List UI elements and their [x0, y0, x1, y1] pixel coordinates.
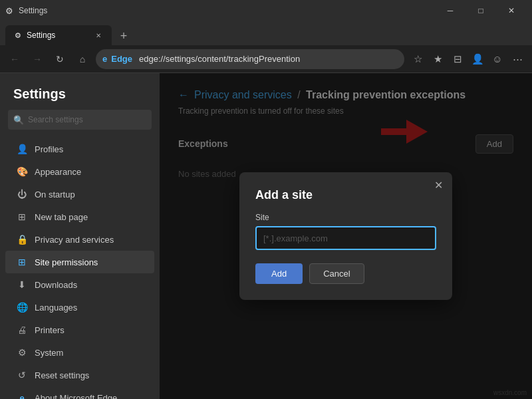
sidebar-item-site-permissions[interactable]: ⊞ Site permissions: [5, 251, 154, 273]
search-placeholder: Search settings: [28, 115, 83, 124]
collections-icon[interactable]: ⊟: [448, 50, 467, 68]
forward-button[interactable]: →: [28, 50, 47, 68]
sidebar-item-printers[interactable]: 🖨 Printers: [5, 319, 154, 341]
reset-icon: ↺: [16, 369, 28, 381]
sidebar-item-about[interactable]: e About Microsoft Edge: [5, 386, 154, 399]
sidebar-item-appearance[interactable]: 🎨 Appearance: [5, 160, 154, 183]
sidebar-item-new-tab-page[interactable]: ⊞ New tab page: [5, 205, 154, 228]
sidebar-item-label: New tab page: [35, 212, 88, 222]
reload-button[interactable]: ↻: [51, 50, 69, 68]
modal-overlay[interactable]: ✕ Add a site Site Add Cancel: [160, 73, 532, 399]
tab-close-button[interactable]: ✕: [93, 30, 104, 41]
sidebar-item-label: Reset settings: [35, 370, 89, 380]
sidebar-item-label: Site permissions: [35, 257, 98, 267]
new-tab-button[interactable]: +: [114, 27, 133, 45]
titlebar-title: Settings: [19, 6, 430, 15]
profiles-icon: 👤: [16, 143, 28, 155]
content-area: ← Privacy and services / Tracking preven…: [160, 73, 532, 399]
modal-title: Add a site: [255, 188, 436, 202]
sidebar-item-on-startup[interactable]: ⏻ On startup: [5, 183, 154, 205]
sidebar-item-reset[interactable]: ↺ Reset settings: [5, 364, 154, 386]
modal-add-button[interactable]: Add: [255, 263, 303, 284]
main-layout: Settings 🔍 Search settings 👤 Profiles 🎨 …: [0, 73, 532, 399]
sidebar-title: Settings: [0, 81, 160, 110]
printers-icon: 🖨: [16, 324, 28, 336]
minimize-button[interactable]: ─: [435, 0, 466, 21]
sidebar-item-label: Printers: [35, 325, 65, 335]
titlebar-controls: ─ □ ✕: [435, 0, 527, 21]
sidebar-item-profiles[interactable]: 👤 Profiles: [5, 138, 154, 160]
site-input[interactable]: [255, 226, 436, 250]
profile-icon[interactable]: 👤: [468, 50, 487, 68]
site-input-label: Site: [255, 213, 436, 222]
maximize-button[interactable]: □: [466, 0, 496, 21]
sidebar: Settings 🔍 Search settings 👤 Profiles 🎨 …: [0, 73, 160, 399]
sidebar-item-label: Languages: [35, 303, 77, 313]
more-tools-icon[interactable]: ⋯: [508, 50, 527, 68]
sidebar-search[interactable]: 🔍 Search settings: [8, 110, 152, 130]
search-icon: 🔍: [13, 115, 24, 125]
site-permissions-icon: ⊞: [16, 256, 28, 268]
add-site-modal: ✕ Add a site Site Add Cancel: [239, 172, 452, 300]
modal-cancel-button[interactable]: Cancel: [309, 263, 364, 284]
sidebar-item-label: Appearance: [35, 167, 81, 177]
titlebar: ⚙ Settings ─ □ ✕: [0, 0, 532, 21]
sidebar-item-languages[interactable]: 🌐 Languages: [5, 296, 154, 319]
settings-tab[interactable]: ⚙ Settings ✕: [5, 25, 112, 45]
startup-icon: ⏻: [16, 188, 28, 200]
sidebar-item-label: Profiles: [35, 144, 63, 154]
bookmark-icon[interactable]: ☆: [408, 50, 427, 68]
privacy-icon: 🔒: [16, 233, 28, 245]
edge-brand-label: Edge: [111, 54, 132, 64]
toolbar-icons: ☆ ★ ⊟ 👤 ☺ ⋯: [408, 50, 527, 68]
tabbar: ⚙ Settings ✕ +: [0, 21, 532, 45]
sidebar-item-label: Privacy and services: [35, 235, 114, 245]
modal-close-button[interactable]: ✕: [434, 179, 443, 192]
titlebar-favicon: ⚙: [5, 6, 13, 16]
languages-icon: 🌐: [16, 301, 28, 313]
sidebar-item-downloads[interactable]: ⬇ Downloads: [5, 273, 154, 296]
modal-actions: Add Cancel: [255, 263, 436, 284]
sidebar-item-label: Downloads: [35, 280, 77, 290]
back-button[interactable]: ←: [5, 50, 24, 68]
sidebar-item-label: System: [35, 348, 63, 358]
sidebar-item-privacy[interactable]: 🔒 Privacy and services: [5, 228, 154, 251]
close-button[interactable]: ✕: [496, 0, 527, 21]
downloads-icon: ⬇: [16, 279, 28, 291]
about-icon: e: [16, 392, 28, 399]
url-text: edge://settings/content/trackingPreventi…: [139, 54, 398, 64]
home-button[interactable]: ⌂: [73, 50, 92, 68]
tab-favicon-icon: ⚙: [13, 31, 23, 40]
tab-label: Settings: [27, 31, 55, 40]
sidebar-item-label: On startup: [35, 190, 75, 200]
favorites-icon[interactable]: ★: [428, 50, 447, 68]
system-icon: ⚙: [16, 346, 28, 358]
sidebar-item-system[interactable]: ⚙ System: [5, 341, 154, 364]
sidebar-item-label: About Microsoft Edge: [35, 393, 117, 400]
appearance-icon: 🎨: [16, 166, 28, 178]
address-box[interactable]: e Edge edge://settings/content/trackingP…: [96, 49, 404, 69]
edge-logo-icon: e: [102, 54, 107, 64]
newtab-icon: ⊞: [16, 211, 28, 223]
emoji-icon[interactable]: ☺: [488, 50, 507, 68]
address-bar: ← → ↻ ⌂ e Edge edge://settings/content/t…: [0, 45, 532, 73]
